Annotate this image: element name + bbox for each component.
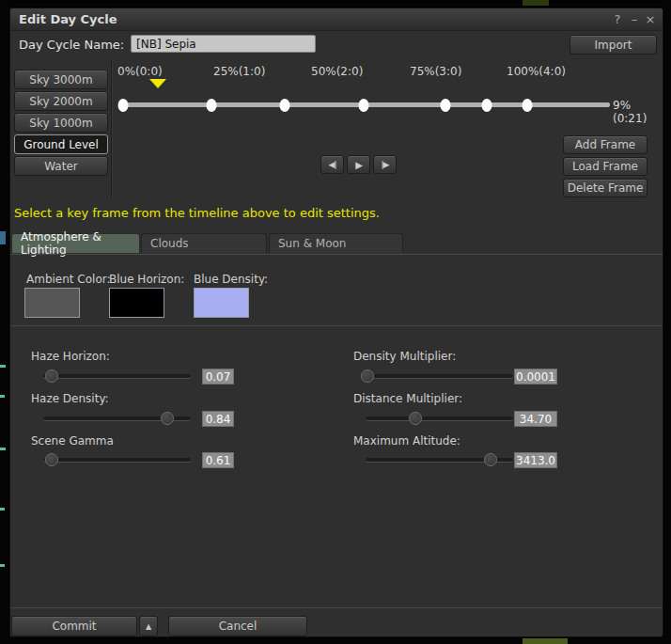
day-cycle-name-label: Day Cycle Name: xyxy=(19,38,124,52)
distance-multiplier-slider[interactable] xyxy=(366,416,513,420)
scene-gamma-slider[interactable] xyxy=(43,458,191,462)
sky-3000m-button[interactable]: Sky 3000m xyxy=(14,70,108,89)
maximum-altitude-value: 3413.0 xyxy=(514,452,557,468)
background-artifact xyxy=(523,0,549,6)
density-multiplier-value: 0.0001 xyxy=(514,369,557,385)
haze-density-label: Haze Density: xyxy=(31,392,109,405)
window-title: Edit Day Cycle xyxy=(19,12,117,26)
background-artifact xyxy=(0,508,5,510)
commit-button[interactable]: Commit xyxy=(11,616,137,636)
timeline-tick-75: 75%(3:0) xyxy=(410,65,461,78)
load-frame-button[interactable]: Load Frame xyxy=(563,157,648,176)
blue-horizon-label: Blue Horizon: xyxy=(109,273,184,286)
water-button[interactable]: Water xyxy=(14,156,108,176)
slider-thumb[interactable] xyxy=(45,453,58,466)
divider xyxy=(111,59,112,198)
slider-thumb[interactable] xyxy=(45,369,58,383)
maximum-altitude-slider[interactable] xyxy=(366,458,513,462)
haze-horizon-slider[interactable] xyxy=(43,374,191,378)
keyframe-dot[interactable] xyxy=(207,99,217,112)
slider-thumb[interactable] xyxy=(161,412,174,425)
timeline-tick-25: 25%(1:0) xyxy=(213,65,265,78)
blue-density-label: Blue Density: xyxy=(194,273,268,286)
distance-multiplier-value: 34.70 xyxy=(514,411,557,427)
add-frame-button[interactable]: Add Frame xyxy=(563,135,648,154)
keyframe-dot[interactable] xyxy=(118,99,129,112)
scene-gamma-label: Scene Gamma xyxy=(31,434,114,448)
divider xyxy=(10,607,663,608)
import-button[interactable]: Import xyxy=(570,35,657,55)
sky-2000m-button[interactable]: Sky 2000m xyxy=(14,91,108,111)
minimize-icon[interactable]: – xyxy=(627,11,642,26)
cancel-button[interactable]: Cancel xyxy=(168,616,307,636)
timeline-tick-100: 100%(4:0) xyxy=(507,65,566,78)
step-back-button[interactable]: ◀| xyxy=(320,155,344,174)
keyframe-dot[interactable] xyxy=(280,99,290,112)
haze-density-value: 0.84 xyxy=(202,411,234,427)
haze-horizon-value: 0.07 xyxy=(202,369,234,385)
ambient-color-label: Ambient Color: xyxy=(26,273,111,286)
keyframe-dot[interactable] xyxy=(358,99,368,112)
keyframe-hint-message: Select a key frame from the timeline abo… xyxy=(14,206,380,220)
timeline-cursor[interactable] xyxy=(149,79,166,88)
timeline-tick-50: 50%(2:0) xyxy=(311,65,363,78)
blue-density-swatch[interactable] xyxy=(194,288,249,318)
density-multiplier-label: Density Multiplier: xyxy=(353,350,456,363)
timeline-tick-0: 0%(0:0) xyxy=(117,65,163,78)
commit-flyout-button[interactable]: ▲ xyxy=(139,616,158,636)
ambient-color-swatch[interactable] xyxy=(24,288,80,318)
timeline-end-label: 9%(0:21) xyxy=(613,99,663,125)
background-artifact xyxy=(0,231,6,244)
haze-horizon-label: Haze Horizon: xyxy=(31,350,110,363)
sky-1000m-button[interactable]: Sky 1000m xyxy=(14,113,108,133)
background-artifact xyxy=(0,395,5,398)
tab-sun-moon[interactable]: Sun & Moon xyxy=(269,233,403,253)
screen-background: Edit Day Cycle ? – × Day Cycle Name: Imp… xyxy=(0,0,671,644)
density-multiplier-slider[interactable] xyxy=(366,374,513,378)
slider-thumb[interactable] xyxy=(484,453,497,466)
slider-thumb[interactable] xyxy=(361,369,374,383)
edit-day-cycle-window: Edit Day Cycle ? – × Day Cycle Name: Imp… xyxy=(9,8,663,637)
maximum-altitude-label: Maximum Altitude: xyxy=(353,434,460,448)
title-bar[interactable]: Edit Day Cycle ? – × xyxy=(10,8,663,31)
tab-underline xyxy=(10,254,663,255)
help-icon[interactable]: ? xyxy=(610,11,625,26)
keyframe-dot[interactable] xyxy=(481,99,492,112)
background-artifact xyxy=(0,564,5,567)
background-artifact xyxy=(0,365,6,368)
background-artifact xyxy=(0,448,6,450)
play-button[interactable]: ▶ xyxy=(347,155,370,174)
slider-thumb[interactable] xyxy=(409,412,422,425)
distance-multiplier-label: Distance Multiplier: xyxy=(353,392,462,405)
haze-density-slider[interactable] xyxy=(43,416,191,420)
tab-clouds[interactable]: Clouds xyxy=(141,233,267,253)
keyframe-dot[interactable] xyxy=(440,99,450,112)
background-artifact xyxy=(523,637,568,644)
day-cycle-name-input[interactable] xyxy=(131,35,316,53)
delete-frame-button[interactable]: Delete Frame xyxy=(563,179,648,197)
timeline-keyframes[interactable] xyxy=(121,102,610,107)
ground-level-button[interactable]: Ground Level xyxy=(14,134,108,154)
blue-horizon-swatch[interactable] xyxy=(109,288,164,318)
scene-gamma-value: 0.61 xyxy=(202,452,234,468)
close-icon[interactable]: × xyxy=(643,11,658,26)
keyframe-dot[interactable] xyxy=(523,99,533,112)
divider xyxy=(10,325,663,326)
tab-atmosphere-lighting[interactable]: Atmosphere & Lighting xyxy=(11,233,140,253)
step-forward-button[interactable]: |▶ xyxy=(373,155,397,174)
